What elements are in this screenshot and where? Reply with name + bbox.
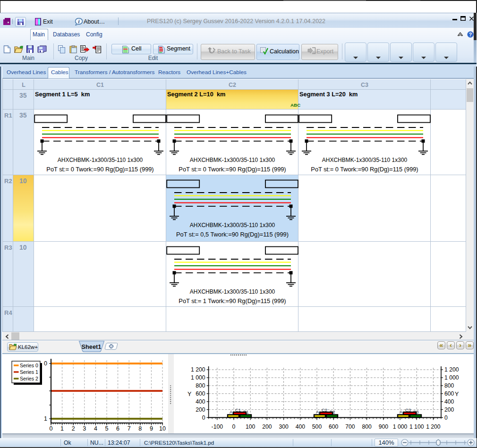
svg-text:1: 1 [60,425,64,432]
svg-text:200: 200 [196,406,205,413]
svg-text:1 000: 1 000 [191,374,205,381]
svg-text:400: 400 [296,423,306,430]
svg-text:1 100: 1 100 [409,423,424,430]
svg-text:0: 0 [444,414,448,421]
svg-text:10: 10 [159,425,166,432]
svg-text:PoT st:= 0 Twork:=90 Rg(Dg)=11: PoT st:= 0 Twork:=90 Rg(Dg)=115 (999) [311,166,418,173]
svg-text:500: 500 [312,423,322,430]
svg-text:2: 2 [72,425,75,432]
svg-text:4: 4 [94,425,97,432]
svg-text:AHXCHBMK-1x300/35-110 1x300: AHXCHBMK-1x300/35-110 1x300 [190,222,275,228]
svg-text:1 000: 1 000 [393,423,408,430]
svg-text:600: 600 [329,423,339,430]
svg-text:PoT st:= 0,5 Twork:=90 Rg(Dg)=: PoT st:= 0,5 Twork:=90 Rg(Dg)=115 (999) [176,231,289,238]
svg-text:300: 300 [279,423,289,430]
svg-text:400: 400 [196,398,205,405]
svg-text:5: 5 [105,425,109,432]
svg-text:6: 6 [116,425,119,432]
svg-text:600: 600 [444,390,454,397]
svg-text:A: A [400,409,403,414]
svg-text:700: 700 [345,423,355,430]
svg-text:PoT st:= 1 Twork:=90 Rg(Dg)=11: PoT st:= 1 Twork:=90 Rg(Dg)=115 (999) [179,297,286,304]
svg-text:Sheet1: Sheet1 [82,343,102,350]
svg-text:900: 900 [379,423,389,430]
svg-text:0: 0 [50,425,53,432]
svg-text:A: A [316,409,319,414]
svg-text:1 200: 1 200 [444,366,459,373]
svg-text:?: ? [469,32,472,37]
svg-text:1 200: 1 200 [191,366,205,373]
svg-text:Series 1: Series 1 [20,369,38,375]
svg-text:-100: -100 [212,423,223,430]
svg-text:Y: Y [187,391,192,397]
svg-text:100: 100 [246,423,256,430]
svg-text:9: 9 [150,425,153,432]
svg-text:Y: Y [455,391,459,397]
svg-text:AHXCHBMK-1x300/35-110 1x300: AHXCHBMK-1x300/35-110 1x300 [322,157,408,163]
svg-text:400: 400 [444,398,454,405]
svg-text:200: 200 [262,423,272,430]
svg-text:PoT st:= 0 Twork:=90 Rg(Dg)=11: PoT st:= 0 Twork:=90 Rg(Dg)=115 (999) [46,166,153,173]
svg-text:AHXCHBMK-1x300/35-110 1x300: AHXCHBMK-1x300/35-110 1x300 [190,288,275,295]
svg-text:0: 0 [202,414,205,421]
svg-text:0: 0 [232,423,236,430]
svg-text:8: 8 [138,425,142,432]
svg-text:3: 3 [83,425,86,432]
svg-text:800: 800 [196,382,205,389]
svg-text:Series 0: Series 0 [20,363,38,368]
svg-text:Series 2: Series 2 [20,376,38,381]
svg-text:800: 800 [362,423,372,430]
svg-text:800: 800 [444,382,454,389]
svg-text:1 000: 1 000 [444,374,459,381]
svg-text:1: 1 [44,415,47,422]
svg-text:A: A [230,409,233,414]
svg-text:1 200: 1 200 [426,423,441,430]
svg-text:200: 200 [444,406,454,413]
svg-text:AHXCHBMK-1x300/35-110 1x300: AHXCHBMK-1x300/35-110 1x300 [190,157,275,163]
svg-text:0: 0 [44,360,47,367]
svg-text:600: 600 [196,390,205,397]
svg-text:PoT st:= 0 Twork:=90 Rg(Dg)=11: PoT st:= 0 Twork:=90 Rg(Dg)=115 (999) [179,166,286,173]
svg-text:AHXCHBMK-1x300/35-110 1x300: AHXCHBMK-1x300/35-110 1x300 [58,157,143,163]
svg-text:7: 7 [128,425,131,432]
